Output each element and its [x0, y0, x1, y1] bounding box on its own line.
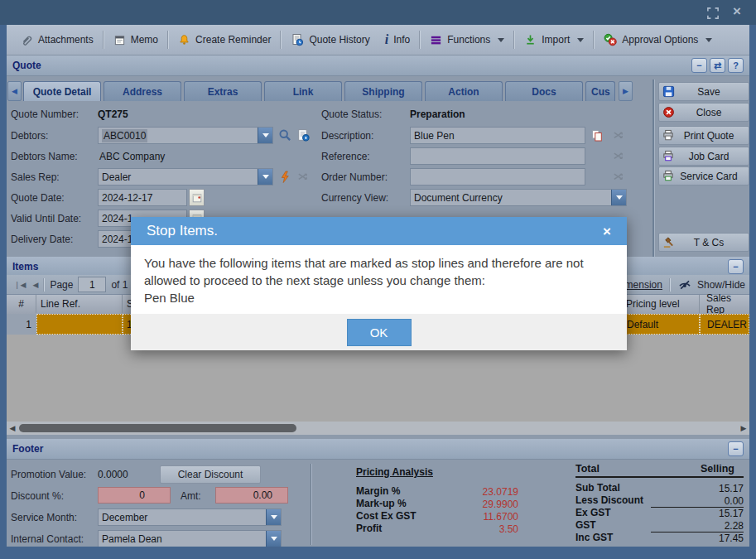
tab-action[interactable]: Action: [425, 81, 503, 101]
chevron-down-icon[interactable]: [258, 128, 272, 143]
collapse-footer-button[interactable]: −: [728, 441, 744, 456]
description-input[interactable]: Blue Pen: [410, 127, 585, 144]
chevron-down-icon[interactable]: [266, 531, 281, 547]
horizontal-scrollbar[interactable]: ◀ ▶: [7, 422, 749, 435]
currency-view-label: Currency View:: [321, 192, 388, 204]
previous-page-icon[interactable]: ◀: [32, 281, 38, 289]
ok-button[interactable]: OK: [347, 319, 412, 346]
functions-button[interactable]: Functions: [422, 31, 512, 50]
description-label: Description:: [321, 130, 373, 142]
printer-purple-icon: [659, 150, 677, 162]
lightning-bolt-icon[interactable]: [277, 168, 293, 186]
close-label: Close: [677, 107, 740, 118]
tab-scroll-left-button[interactable]: ◀: [7, 81, 22, 101]
page-number-input[interactable]: 1: [78, 277, 106, 292]
tab-address[interactable]: Address: [104, 81, 181, 101]
debtors-info-doc-icon[interactable]: [295, 127, 311, 144]
column-header-sales-rep[interactable]: Sales Rep: [700, 295, 749, 313]
dialog-body: You have the following items that are ma…: [131, 245, 627, 314]
collapse-panel-button[interactable]: −: [691, 58, 707, 73]
shuffle-icon[interactable]: [610, 127, 627, 144]
bell-icon: [178, 34, 190, 46]
quote-date-input[interactable]: 2024-12-17: [98, 189, 187, 206]
save-button[interactable]: Save: [658, 82, 749, 101]
stop-items-dialog: Stop Items. × You have the following ite…: [131, 217, 627, 350]
quote-panel-header: Quote − ⇄ ?: [7, 55, 749, 76]
discount-percent-input[interactable]: 0: [98, 487, 171, 504]
order-number-input[interactable]: [410, 168, 585, 186]
refresh-panel-button[interactable]: ⇄: [710, 58, 725, 73]
sales-rep-combobox[interactable]: Dealer: [98, 168, 273, 186]
close-button[interactable]: Close: [658, 103, 749, 122]
row-sales-rep-cell: DEALER: [700, 314, 749, 335]
markup-label: Mark-up %: [356, 498, 407, 509]
memo-icon: [113, 34, 126, 46]
column-header-num[interactable]: #: [7, 295, 36, 313]
job-card-button[interactable]: Job Card: [658, 147, 749, 166]
approval-options-button[interactable]: Approval Options: [596, 30, 720, 50]
collapse-items-button[interactable]: −: [728, 259, 744, 274]
currency-view-combobox[interactable]: Document Currency: [410, 189, 627, 206]
import-button[interactable]: Import: [517, 31, 591, 50]
service-month-value: December: [102, 512, 147, 523]
toolbar-separator: [103, 31, 104, 49]
create-reminder-button[interactable]: Create Reminder: [171, 31, 278, 50]
print-quote-button[interactable]: Print Quote: [658, 126, 749, 145]
reference-input[interactable]: [410, 147, 585, 165]
first-page-icon[interactable]: ❘◀: [14, 281, 26, 289]
show-hide-button[interactable]: Show/Hide: [697, 279, 745, 291]
toolbar-separator: [167, 31, 169, 49]
fullscreen-icon[interactable]: [707, 7, 719, 19]
tab-scroll-right-button[interactable]: ▶: [619, 81, 633, 101]
dialog-message: You have the following items that are ma…: [144, 254, 614, 289]
promotion-value: 0.0000: [98, 469, 128, 480]
dialog-title: Stop Items.: [147, 223, 218, 239]
dialog-close-icon[interactable]: ×: [603, 224, 611, 239]
scrollbar-thumb[interactable]: [19, 424, 296, 432]
attachments-button[interactable]: Attachments: [13, 31, 101, 50]
save-label: Save: [677, 86, 740, 98]
terms-conditions-button[interactable]: T & Cs: [658, 233, 749, 252]
calendar-picker-icon[interactable]: [189, 189, 205, 206]
sales-rep-value: Dealer: [102, 171, 131, 183]
chevron-down-icon[interactable]: [266, 509, 281, 525]
memo-button[interactable]: Memo: [106, 31, 166, 50]
window-close-icon[interactable]: ×: [733, 3, 741, 20]
stop-close-icon: [659, 106, 677, 118]
internal-contact-combobox[interactable]: Pamela Dean: [98, 530, 282, 547]
column-header-line-ref[interactable]: Line Ref.: [36, 295, 123, 313]
quote-history-button[interactable]: Quote History: [283, 30, 377, 50]
discount-amount-input[interactable]: 0.00: [215, 487, 288, 504]
shuffle-icon[interactable]: [610, 168, 627, 186]
tab-extras[interactable]: Extras: [184, 81, 262, 101]
total-title: Total: [575, 463, 600, 475]
tab-shipping[interactable]: Shipping: [344, 81, 422, 101]
debtors-combobox[interactable]: ABC0010: [98, 127, 273, 144]
tab-docs[interactable]: Docs: [505, 81, 583, 101]
scroll-right-icon[interactable]: ▶: [738, 424, 749, 432]
tab-quote-detail[interactable]: Quote Detail: [23, 81, 101, 101]
service-month-combobox[interactable]: December: [98, 508, 282, 526]
document-history-icon: [291, 33, 304, 46]
debtors-search-icon[interactable]: [277, 127, 293, 144]
service-card-button[interactable]: Service Card: [658, 166, 749, 186]
toolbar-separator: [593, 31, 595, 49]
toolbar-separator: [280, 31, 282, 49]
copy-document-icon[interactable]: [589, 127, 605, 144]
inc-gst-value: 17.45: [661, 532, 744, 544]
tab-cus-truncated[interactable]: Cus: [585, 81, 615, 101]
chevron-down-icon[interactable]: [258, 169, 272, 185]
shuffle-icon[interactable]: [295, 168, 311, 186]
help-panel-button[interactable]: ?: [728, 58, 744, 73]
eye-slash-icon: [677, 278, 692, 292]
scroll-left-icon[interactable]: ◀: [7, 424, 18, 432]
quote-status-value: Preparation: [410, 108, 465, 120]
shuffle-icon[interactable]: [610, 147, 627, 165]
chevron-down-icon[interactable]: [611, 190, 626, 205]
selling-column-title: Selling: [701, 463, 734, 475]
info-button[interactable]: i Info: [378, 29, 417, 51]
clear-discount-button[interactable]: Clear Discount: [160, 465, 261, 484]
tab-link[interactable]: Link: [264, 81, 342, 101]
dialog-stop-item: Pen Blue: [144, 289, 614, 306]
gst-value: 2.28: [661, 520, 744, 532]
